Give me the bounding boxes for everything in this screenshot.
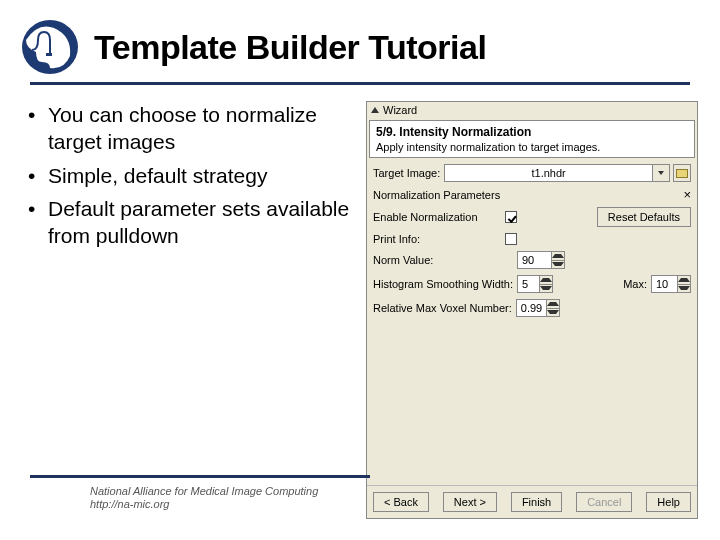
arrow-up-icon — [678, 278, 690, 282]
max-spinner[interactable]: 10 — [651, 275, 691, 293]
hist-smooth-label: Histogram Smoothing Width: — [373, 278, 513, 290]
target-image-label: Target Image: — [373, 167, 440, 179]
print-info-checkbox[interactable] — [505, 233, 517, 245]
arrow-down-icon — [547, 310, 559, 314]
bullet-item: You can choose to normalize target image… — [28, 101, 356, 156]
arrow-up-icon — [547, 302, 559, 306]
enable-normalization-checkbox[interactable] — [505, 211, 517, 223]
step-description: Apply intensity normalization to target … — [376, 141, 688, 153]
next-button[interactable]: Next > — [443, 492, 497, 512]
caret-up-icon — [371, 107, 379, 113]
slide-title: Template Builder Tutorial — [94, 28, 486, 67]
title-underline — [30, 82, 690, 85]
norm-value-label: Norm Value: — [373, 254, 513, 266]
slide-footer: National Alliance for Medical Image Comp… — [90, 485, 318, 513]
norm-value-spinner[interactable]: 90 — [517, 251, 565, 269]
namic-logo — [20, 18, 80, 76]
rel-max-spinner[interactable]: 0.99 — [516, 299, 560, 317]
hist-smooth-spinner[interactable]: 5 — [517, 275, 553, 293]
footer-url: http://na-mic.org — [90, 498, 318, 512]
wizard-button-bar: < Back Next > Finish Cancel Help — [367, 485, 697, 518]
arrow-down-icon — [540, 286, 552, 290]
finish-button[interactable]: Finish — [511, 492, 562, 512]
reset-defaults-button[interactable]: Reset Defaults — [597, 207, 691, 227]
bullet-list: You can choose to normalize target image… — [28, 101, 356, 249]
arrow-down-icon — [678, 286, 690, 290]
cancel-button[interactable]: Cancel — [576, 492, 632, 512]
enable-normalization-label: Enable Normalization — [373, 211, 501, 223]
help-button[interactable]: Help — [646, 492, 691, 512]
target-image-dropdown-button[interactable] — [652, 164, 670, 182]
footer-rule — [30, 475, 370, 478]
back-button[interactable]: < Back — [373, 492, 429, 512]
norm-value-field[interactable]: 90 — [517, 251, 551, 269]
target-image-browse-button[interactable] — [673, 164, 691, 182]
svg-rect-1 — [46, 53, 52, 56]
wizard-dialog: Wizard 5/9. Intensity Normalization Appl… — [366, 101, 698, 519]
arrow-down-icon — [552, 262, 564, 266]
max-label: Max: — [623, 278, 647, 290]
bullet-item: Default parameter sets available from pu… — [28, 195, 356, 250]
target-image-field[interactable]: t1.nhdr — [444, 164, 652, 182]
hist-smooth-field[interactable]: 5 — [517, 275, 539, 293]
close-icon[interactable]: × — [683, 188, 691, 201]
print-info-label: Print Info: — [373, 233, 501, 245]
rel-max-label: Relative Max Voxel Number: — [373, 302, 512, 314]
wizard-window-title: Wizard — [383, 104, 417, 116]
max-field[interactable]: 10 — [651, 275, 677, 293]
folder-icon — [676, 169, 688, 178]
step-header-panel: 5/9. Intensity Normalization Apply inten… — [369, 120, 695, 158]
footer-org: National Alliance for Medical Image Comp… — [90, 485, 318, 499]
rel-max-field[interactable]: 0.99 — [516, 299, 546, 317]
arrow-up-icon — [552, 254, 564, 258]
chevron-down-icon — [658, 171, 664, 175]
wizard-titlebar: Wizard — [367, 102, 697, 118]
step-title: 5/9. Intensity Normalization — [376, 125, 688, 139]
normalization-section-title: Normalization Parameters — [373, 189, 500, 201]
arrow-up-icon — [540, 278, 552, 282]
bullet-item: Simple, default strategy — [28, 162, 356, 189]
